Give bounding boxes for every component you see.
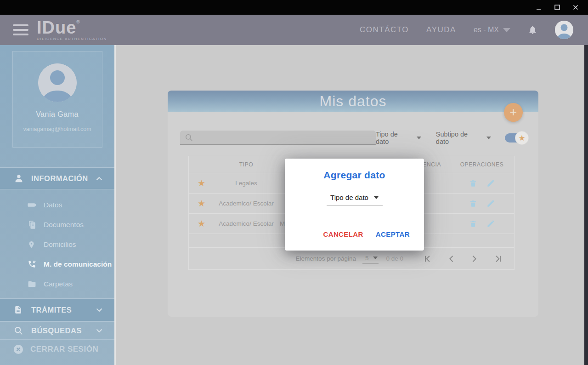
edit-icon[interactable] [486, 199, 495, 208]
next-page-button[interactable] [471, 255, 478, 262]
location-pin-icon [28, 240, 38, 249]
cancel-button[interactable]: CANCELAR [323, 230, 363, 238]
edit-icon[interactable] [486, 219, 495, 228]
section-label: TRÁMITES [31, 306, 72, 314]
favorite-star-icon[interactable]: ★ [189, 198, 214, 209]
phone-icon [28, 260, 38, 268]
sidebar-item-label: Domicilios [44, 240, 76, 249]
agregar-dato-dialog: Agregar dato Tipo de dato CANCELAR ACEPT… [285, 159, 424, 251]
items-per-page-value: 5 [365, 255, 369, 262]
tipo-de-dato-select[interactable]: Tipo de dato [330, 194, 379, 201]
pager-controls [424, 255, 502, 262]
card-icon [28, 202, 38, 208]
delete-icon[interactable] [469, 179, 477, 188]
logo-title: IDue [37, 18, 76, 37]
registered-mark: ® [76, 19, 79, 24]
help-link[interactable]: AYUDA [426, 25, 456, 34]
sidebar-item-label: M. de comunicación [44, 260, 112, 268]
page-title: Mis datos [320, 93, 387, 110]
logout-label: CERRAR SESIÓN [30, 345, 98, 354]
col-operaciones: OPERACIONES [450, 161, 514, 168]
cell-operaciones [450, 199, 514, 208]
card-header: Mis datos [168, 91, 538, 112]
sidebar-section-busquedas[interactable]: BÚSQUEDAS [0, 321, 114, 340]
delete-icon[interactable] [469, 199, 477, 208]
cell-tipo: Academico/ Escolar [214, 200, 278, 207]
chevron-down-icon [96, 329, 102, 333]
accept-button[interactable]: ACEPTAR [376, 230, 410, 238]
favorite-star-icon[interactable]: ★ [189, 218, 214, 229]
search-icon [14, 326, 25, 336]
select-underline [327, 205, 383, 206]
contact-link[interactable]: CONTÁCTO [360, 25, 409, 34]
col-tipo: TIPO [214, 161, 278, 168]
star-icon: ★ [518, 133, 525, 143]
delete-icon[interactable] [469, 219, 477, 228]
profile-name: Vania Gama [13, 110, 102, 119]
documents-icon [28, 220, 38, 229]
scrollbar[interactable] [584, 45, 588, 365]
sidebar-item-domicilios[interactable]: Domicilios [0, 234, 114, 254]
add-data-fab[interactable]: + [504, 103, 523, 122]
profile-email: vaniagamag@hotmail.com [13, 126, 102, 132]
cell-operaciones [450, 179, 514, 188]
chevron-down-icon [486, 137, 491, 139]
window-minimize-button[interactable] [535, 3, 543, 11]
sidebar-item-label: Documentos [44, 221, 84, 229]
favorites-toggle[interactable]: ★ [505, 133, 526, 143]
section-label: BÚSQUEDAS [31, 326, 82, 335]
last-page-button[interactable] [495, 255, 502, 262]
plus-icon: + [510, 105, 517, 120]
cell-operaciones [450, 219, 514, 228]
sidebar-item-label: Carpetas [44, 280, 73, 288]
profile-avatar [38, 63, 77, 102]
language-selector[interactable]: es - MX [474, 26, 510, 34]
app-header: IDue® DILIGENCE AUTHENTICATION CONTÁCTO … [0, 15, 588, 45]
subtipo-de-dato-filter[interactable]: Subtipo de dato [436, 131, 491, 145]
cell-tipo: Academico/ Escolar [214, 220, 278, 227]
search-input[interactable] [197, 134, 371, 141]
sidebar-subnav: Datos Documentos Domicilios M. de comuni… [0, 189, 114, 298]
sidebar-item-carpetas[interactable]: Carpetas [0, 274, 114, 294]
chevron-down-icon [374, 196, 379, 199]
file-icon [14, 305, 25, 315]
dialog-actions: CANCELAR ACEPTAR [323, 230, 410, 238]
dialog-field: Tipo de dato [285, 194, 424, 206]
person-icon [14, 173, 25, 183]
sidebar-item-m-de-comunicacion[interactable]: M. de comunicación [0, 254, 114, 274]
items-per-page-select[interactable]: 5 [362, 254, 379, 264]
sidebar-item-datos[interactable]: Datos [0, 195, 114, 215]
previous-page-button[interactable] [448, 255, 454, 262]
window-maximize-button[interactable] [553, 3, 561, 11]
first-page-button[interactable] [424, 255, 431, 262]
filter-row: Tipo de dato Subtipo de dato ★ [180, 130, 526, 146]
profile-card: Vania Gama vaniagamag@hotmail.com [12, 51, 102, 148]
items-per-page-label: Elementos por página [296, 255, 356, 262]
window-close-button[interactable] [571, 3, 580, 11]
section-label: INFORMACIÓN [31, 174, 88, 183]
window-titlebar [0, 0, 588, 15]
user-avatar[interactable] [555, 21, 573, 39]
chevron-down-icon [96, 308, 102, 312]
chevron-down-icon [503, 28, 510, 32]
notifications-bell-icon[interactable] [528, 25, 537, 35]
app-logo: IDue® DILIGENCE AUTHENTICATION [37, 19, 107, 41]
select-label: Tipo de dato [330, 194, 368, 201]
favorite-star-icon[interactable]: ★ [189, 178, 214, 188]
chevron-up-icon [96, 177, 102, 181]
logout-button[interactable]: CERRAR SESIÓN [0, 340, 114, 359]
sidebar-item-documentos[interactable]: Documentos [0, 215, 114, 234]
cell-tipo: Legales [214, 180, 278, 187]
tipo-de-dato-filter[interactable]: Tipo de dato [376, 131, 421, 145]
sidebar-item-label: Datos [44, 201, 62, 209]
edit-icon[interactable] [486, 179, 495, 188]
logo-subtitle: DILIGENCE AUTHENTICATION [37, 37, 107, 41]
menu-icon[interactable] [13, 24, 28, 35]
filter-label: Tipo de dato [376, 131, 413, 145]
close-circle-icon [13, 344, 25, 355]
page-range-label: 0 de 0 [386, 255, 403, 262]
sidebar-section-tramites[interactable]: TRÁMITES [0, 298, 114, 321]
language-value: es - MX [474, 26, 499, 34]
sidebar-section-informacion[interactable]: INFORMACIÓN [0, 167, 114, 189]
pagination-bar: Elementos por página 5 0 de 0 [189, 247, 514, 269]
